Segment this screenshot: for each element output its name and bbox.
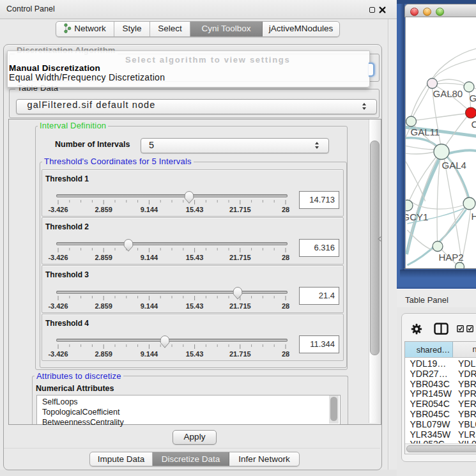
svg-text:C: C: [471, 119, 476, 130]
svg-text:GAL80: GAL80: [433, 88, 463, 99]
svg-text:GA: GA: [469, 93, 476, 104]
svg-text:GAL4: GAL4: [441, 160, 466, 171]
svg-text:H: H: [471, 211, 476, 222]
svg-text:HAP2: HAP2: [438, 252, 463, 263]
svg-text:GAL11: GAL11: [410, 127, 440, 137]
svg-text:GCY1: GCY1: [406, 211, 428, 222]
